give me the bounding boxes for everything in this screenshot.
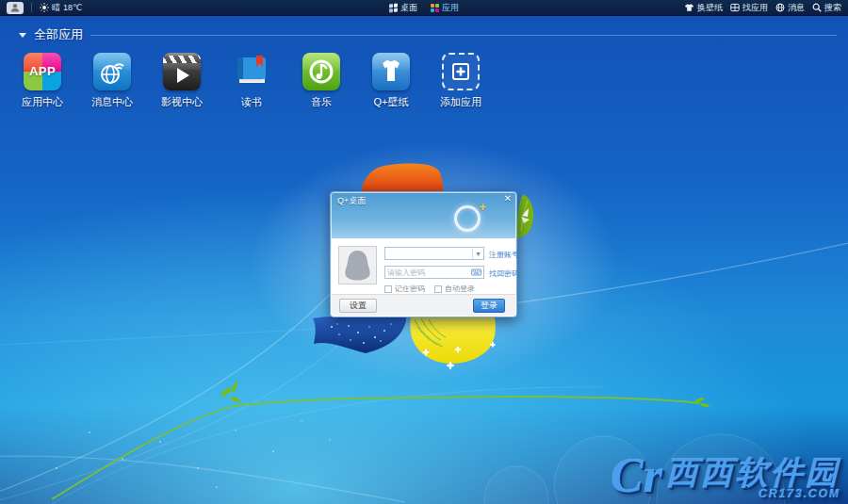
search-label: 搜索 [824, 2, 841, 14]
watermark-site-url: CR173.COM [758, 487, 840, 500]
messages-label: 消息 [788, 2, 805, 14]
chevron-down-icon[interactable]: ▼ [472, 248, 483, 259]
dialog-footer: 设置 登录 [332, 294, 515, 316]
video-center-icon [163, 53, 201, 90]
user-avatar-button[interactable] [7, 2, 24, 14]
app-item-video-center[interactable]: 影视中心 [151, 53, 213, 109]
penguin-silhouette-icon [339, 247, 376, 284]
windows-logo-icon [389, 4, 398, 13]
app-label: 音乐 [311, 95, 332, 109]
user-avatar-icon [10, 3, 20, 12]
all-apps-section-header: 全部应用 [19, 26, 837, 43]
desktop-area: 全部应用 APP 应用中心 [0, 16, 848, 504]
section-title: 全部应用 [34, 26, 83, 43]
watermark: Cr 西西软件园 CR173.COM [611, 449, 840, 502]
find-apps-label: 找应用 [742, 2, 768, 14]
topbar-divider [31, 3, 32, 12]
app-label: 应用中心 [22, 95, 63, 109]
app-label: 影视中心 [161, 95, 203, 109]
add-app-icon [442, 53, 480, 90]
tab-desktop-label: 桌面 [400, 2, 417, 14]
checkbox-row: 记住密码 自动登录 [384, 284, 475, 294]
globe-icon [775, 3, 785, 12]
login-button[interactable]: 登录 [473, 299, 505, 313]
weather-widget[interactable]: 晴 18℃ [40, 2, 82, 14]
app-item-message-center[interactable]: 消息中心 [81, 53, 143, 109]
change-wallpaper-button[interactable]: 换壁纸 [684, 2, 723, 14]
username-input[interactable] [385, 248, 472, 259]
collapse-arrow-icon[interactable] [19, 33, 26, 38]
q-logo-icon [454, 205, 481, 232]
messages-button[interactable]: 消息 [775, 2, 805, 14]
message-center-icon [93, 53, 131, 90]
q-plus-desktop-screen: 晴 18℃ 桌面 应用 换壁纸 [0, 0, 848, 504]
tab-desktop[interactable]: 桌面 [389, 2, 417, 14]
app-item-qplus-wallpaper[interactable]: Q+壁纸 [360, 53, 422, 109]
weather-temperature: 18℃ [63, 3, 82, 12]
apps-grid-icon [730, 3, 740, 12]
auto-login-label: 自动登录 [445, 284, 475, 294]
change-wallpaper-label: 换壁纸 [697, 2, 723, 14]
search-icon [812, 3, 822, 12]
reading-book-icon [233, 53, 270, 90]
qplus-login-dialog: Q+桌面 ✕ + ▼ 注册账号 [330, 191, 517, 317]
tshirt-wallpaper-icon [372, 53, 410, 90]
register-account-link[interactable]: 注册账号 [489, 250, 519, 260]
app-item-reading[interactable]: 读书 [220, 53, 283, 109]
app-item-app-center[interactable]: APP 应用中心 [11, 53, 73, 109]
find-apps-button[interactable]: 找应用 [730, 2, 768, 14]
avatar [338, 246, 377, 285]
username-combobox[interactable]: ▼ [384, 247, 484, 260]
watermark-logo: Cr [611, 449, 662, 502]
password-field[interactable] [384, 266, 484, 279]
checkbox-icon[interactable] [384, 285, 392, 293]
auto-login-checkbox[interactable]: 自动登录 [434, 284, 475, 294]
sun-icon [40, 3, 49, 12]
apps-colored-icon [431, 4, 439, 12]
dialog-title: Q+桌面 [337, 195, 366, 207]
app-center-icon: APP [24, 53, 61, 90]
remember-password-label: 记住密码 [395, 284, 425, 294]
app-label: 消息中心 [91, 95, 133, 109]
close-icon[interactable]: ✕ [504, 193, 512, 204]
app-item-music[interactable]: 音乐 [290, 53, 352, 109]
tab-apps[interactable]: 应用 [431, 2, 459, 14]
weather-condition: 晴 [52, 2, 60, 14]
app-grid: APP 应用中心 消息中心 [11, 53, 499, 109]
dialog-body: ▼ 注册账号 找回密码 记住密码 [332, 238, 515, 296]
top-bar: 晴 18℃ 桌面 应用 换壁纸 [0, 0, 848, 16]
password-input[interactable] [385, 267, 471, 278]
music-icon [302, 53, 340, 90]
q-logo-plus-icon: + [479, 200, 486, 214]
tab-apps-label: 应用 [442, 2, 459, 14]
watermark-site-name: 西西软件园 [666, 455, 840, 489]
remember-password-checkbox[interactable]: 记住密码 [384, 284, 425, 294]
app-label: Q+壁纸 [374, 95, 409, 109]
shirt-icon [684, 3, 694, 12]
section-divider [90, 35, 837, 36]
recover-password-link[interactable]: 找回密码 [489, 268, 519, 279]
checkbox-icon[interactable] [434, 285, 442, 293]
search-button[interactable]: 搜索 [812, 2, 841, 14]
soft-keyboard-icon[interactable] [471, 268, 481, 276]
settings-button[interactable]: 设置 [339, 299, 377, 313]
app-label: 添加应用 [440, 95, 481, 109]
app-item-add-app[interactable]: 添加应用 [430, 53, 492, 109]
app-label: 读书 [241, 95, 262, 109]
